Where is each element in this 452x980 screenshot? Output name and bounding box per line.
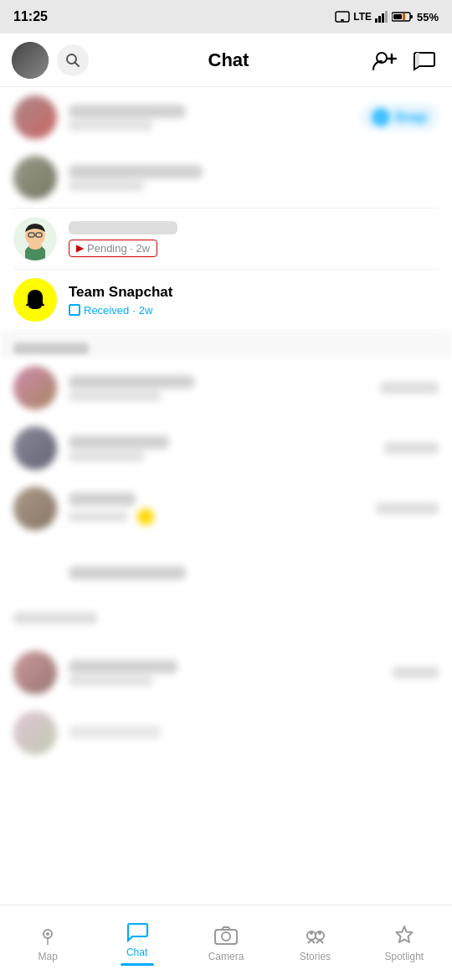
team-snapchat-item[interactable]: Team Snapchat Received · 2w bbox=[0, 270, 452, 330]
snap-label: Snap bbox=[394, 110, 427, 125]
svg-line-11 bbox=[75, 62, 80, 66]
snap-circle-icon bbox=[372, 109, 389, 126]
pending-chat-item[interactable]: ▶ Pending · 2w bbox=[0, 209, 452, 269]
status-time: 11:25 bbox=[13, 9, 48, 24]
nav-spotlight-label: Spotlight bbox=[384, 951, 424, 962]
list-item[interactable] bbox=[0, 642, 452, 703]
svg-point-21 bbox=[28, 241, 42, 250]
header-right bbox=[368, 44, 440, 76]
list-item[interactable] bbox=[0, 478, 452, 539]
chat-info bbox=[69, 375, 380, 401]
battery-pct: 55% bbox=[417, 11, 439, 23]
svg-rect-5 bbox=[385, 11, 388, 23]
ghost-icon bbox=[22, 286, 49, 313]
section-header bbox=[0, 331, 452, 358]
avatar bbox=[13, 487, 57, 530]
nav-item-map[interactable]: Map bbox=[3, 916, 92, 962]
avatar bbox=[13, 651, 57, 694]
avatar bbox=[13, 366, 57, 410]
list-item[interactable] bbox=[0, 418, 452, 478]
svg-rect-3 bbox=[378, 16, 381, 23]
chat-info: Team Snapchat Received · 2w bbox=[69, 284, 439, 317]
received-icon bbox=[69, 304, 80, 316]
pending-badge: ▶ Pending · 2w bbox=[69, 240, 157, 257]
avatar bbox=[13, 711, 57, 755]
chat-meta bbox=[384, 442, 439, 454]
nav-item-spotlight[interactable]: Spotlight bbox=[360, 916, 449, 962]
svg-rect-8 bbox=[393, 14, 402, 19]
svg-point-28 bbox=[310, 931, 313, 935]
camera-icon bbox=[214, 924, 238, 947]
nav-chat-label: Chat bbox=[126, 946, 147, 958]
avatar bbox=[13, 426, 57, 470]
chat-info bbox=[69, 105, 361, 131]
avatar bbox=[13, 156, 57, 199]
svg-marker-30 bbox=[396, 926, 412, 942]
svg-rect-7 bbox=[410, 15, 413, 18]
signal-icon bbox=[375, 11, 388, 23]
chat-info bbox=[69, 725, 439, 741]
list-item[interactable] bbox=[0, 358, 452, 418]
add-friend-button[interactable] bbox=[368, 44, 400, 76]
team-sub: Received · 2w bbox=[69, 304, 439, 317]
unread-indicator bbox=[137, 508, 154, 525]
page-title: Chat bbox=[89, 49, 368, 71]
list-item[interactable] bbox=[0, 544, 452, 604]
chat-info bbox=[13, 566, 439, 582]
svg-point-23 bbox=[46, 932, 49, 936]
chat-info: ▶ Pending · 2w bbox=[69, 221, 439, 257]
tablet-icon bbox=[335, 11, 350, 23]
active-indicator bbox=[121, 963, 154, 966]
search-button[interactable] bbox=[57, 44, 89, 76]
chat-nav-icon bbox=[126, 920, 149, 943]
chat-meta bbox=[393, 667, 439, 678]
avatar bbox=[13, 217, 57, 260]
chat-meta bbox=[380, 382, 439, 394]
received-label: Received bbox=[84, 304, 129, 317]
header: Chat bbox=[0, 34, 452, 87]
map-icon bbox=[36, 924, 59, 947]
blurred-section bbox=[0, 604, 452, 642]
team-name: Team Snapchat bbox=[69, 284, 439, 301]
received-time: 2w bbox=[139, 304, 153, 317]
lte-text: LTE bbox=[353, 11, 372, 23]
pending-arrow-icon: ▶ bbox=[76, 242, 84, 254]
chat-info bbox=[69, 165, 439, 191]
spotlight-icon bbox=[393, 924, 416, 947]
svg-rect-9 bbox=[403, 13, 405, 20]
header-left bbox=[12, 42, 89, 79]
status-icons: LTE 55% bbox=[335, 11, 439, 23]
list-item[interactable] bbox=[0, 147, 452, 208]
chat-meta bbox=[376, 503, 439, 514]
pending-label: Pending · 2w bbox=[87, 242, 150, 255]
nav-item-chat[interactable]: Chat bbox=[92, 911, 181, 966]
chat-info bbox=[69, 493, 376, 525]
time-separator: · bbox=[132, 304, 136, 317]
chat-info bbox=[69, 660, 393, 686]
chat-icon bbox=[413, 49, 436, 71]
nav-item-camera[interactable]: Camera bbox=[182, 916, 270, 962]
nav-item-stories[interactable]: Stories bbox=[270, 916, 359, 962]
list-item[interactable]: Snap bbox=[0, 87, 452, 147]
svg-rect-2 bbox=[375, 18, 378, 23]
snap-button[interactable]: Snap bbox=[361, 104, 439, 131]
bottom-nav: Map Chat Camera bbox=[0, 905, 452, 980]
svg-rect-1 bbox=[341, 19, 344, 21]
snap-camera-icon bbox=[377, 113, 385, 121]
svg-point-15 bbox=[378, 115, 383, 120]
add-friend-icon bbox=[372, 49, 397, 71]
nav-camera-label: Camera bbox=[208, 951, 244, 962]
list-item[interactable] bbox=[0, 703, 452, 763]
avatar bbox=[13, 95, 57, 139]
stories-icon bbox=[303, 924, 326, 947]
snapchat-logo bbox=[13, 278, 57, 322]
chat-info bbox=[69, 436, 384, 462]
nav-map-label: Map bbox=[39, 951, 58, 962]
svg-rect-4 bbox=[382, 13, 384, 23]
nav-stories-label: Stories bbox=[300, 951, 331, 962]
notifications-button[interactable] bbox=[408, 44, 440, 76]
svg-point-29 bbox=[318, 931, 321, 935]
status-bar: 11:25 LTE 55% bbox=[0, 0, 452, 34]
profile-avatar[interactable] bbox=[12, 42, 49, 79]
battery-icon bbox=[392, 11, 413, 23]
